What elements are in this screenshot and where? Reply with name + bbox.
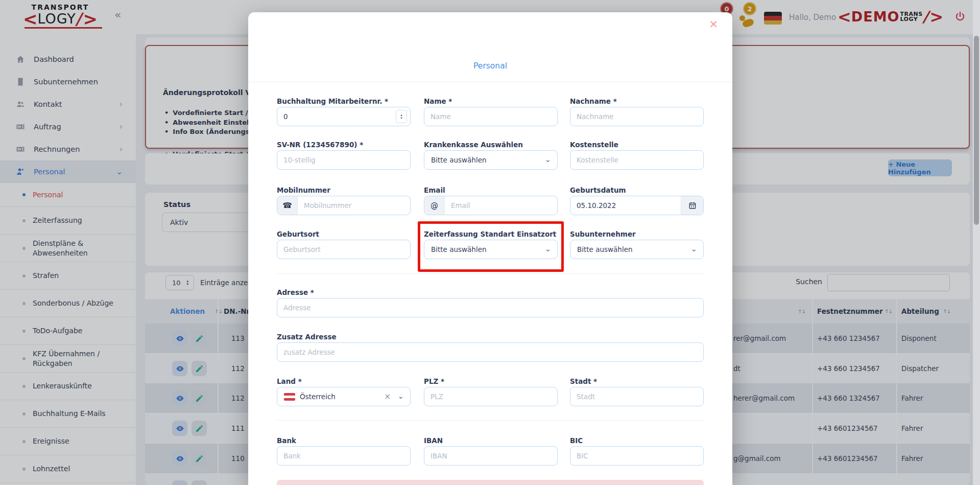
field-bank: Bank [277, 436, 411, 466]
divider [277, 273, 704, 274]
divider [248, 82, 732, 82]
scrollbar-thumb[interactable] [974, 36, 979, 225]
geburtsort-input[interactable] [277, 240, 410, 259]
nachname-input[interactable] [570, 107, 703, 126]
bank-input[interactable] [277, 447, 410, 465]
calendar-icon[interactable] [681, 196, 703, 215]
field-sv-nr: SV-NR (1234567890) * [277, 141, 411, 170]
field-buchhaltung-mitarbeiternr: Buchhaltung Mitarbeiternr. * ▴▾ [277, 97, 411, 126]
at-icon: @ [424, 196, 445, 215]
name-input[interactable] [424, 107, 557, 126]
page-scrollbar[interactable] [973, 0, 980, 485]
geburtsdatum-input[interactable] [570, 196, 704, 215]
field-adresse: Adresse * [277, 288, 704, 317]
personal-modal: × Personal Buchhaltung Mitarbeiternr. * … [248, 12, 732, 485]
buchhaltung-number-input[interactable]: ▴▾ [277, 107, 411, 126]
next-section-edge [277, 480, 704, 485]
bic-input[interactable] [570, 447, 703, 465]
stadt-input[interactable] [570, 387, 703, 406]
field-krankenkasse: Krankenkasse Auswählen Bitte auswählen ⌄ [424, 141, 558, 170]
einsatzort-select[interactable]: Bitte auswählen ⌄ [424, 240, 558, 259]
divider [277, 420, 704, 421]
iban-input[interactable] [424, 447, 557, 465]
subunternehmer-select[interactable]: Bitte auswählen ⌄ [570, 240, 704, 259]
clear-icon[interactable]: × [384, 392, 391, 401]
austria-flag-icon [284, 393, 295, 401]
email-input[interactable] [445, 196, 557, 215]
field-geburtsdatum: Geburtsdatum [570, 186, 704, 215]
close-icon[interactable]: × [709, 18, 718, 30]
mobilnummer-input[interactable] [298, 196, 410, 215]
field-nachname: Nachname * [570, 97, 704, 126]
field-iban: IBAN [424, 436, 558, 466]
field-bic: BIC [570, 436, 704, 466]
chevron-down-icon: ⌄ [544, 155, 551, 164]
field-zusatz-adresse: Zusatz Adresse [277, 333, 704, 362]
adresse-input[interactable] [277, 298, 703, 317]
field-subunternehmer: Subunternehmer Bitte auswählen ⌄ [570, 230, 704, 259]
kostenstelle-input[interactable] [570, 151, 703, 169]
chevron-down-icon: ⌄ [544, 244, 551, 253]
phone-icon: ☎ [277, 196, 298, 215]
field-name: Name * [424, 97, 558, 126]
sv-nr-input[interactable] [277, 151, 410, 169]
plz-input[interactable] [424, 387, 557, 406]
number-stepper-icon[interactable]: ▴▾ [396, 110, 407, 123]
chevron-down-icon: ⌄ [397, 391, 404, 401]
field-stadt: Stadt * [570, 377, 704, 406]
field-email: Email @ [424, 186, 558, 215]
chevron-down-icon: ⌄ [690, 244, 697, 253]
modal-tab-personal[interactable]: Personal [248, 61, 732, 71]
field-land: Land * Österreich × ⌄ [277, 377, 411, 406]
zusatz-adresse-input[interactable] [277, 343, 703, 361]
field-zeiterfassung-einsatzort: Zeiterfassung Standart Einsatzort Bitte … [424, 230, 558, 259]
field-mobilnummer: Mobilnummer ☎ [277, 186, 411, 215]
field-geburtsort: Geburtsort [277, 230, 411, 259]
field-plz: PLZ * [424, 377, 558, 406]
land-select[interactable]: Österreich × ⌄ [277, 387, 411, 406]
krankenkasse-select[interactable]: Bitte auswählen ⌄ [424, 150, 558, 170]
field-kostenstelle: Kostenstelle [570, 141, 704, 170]
